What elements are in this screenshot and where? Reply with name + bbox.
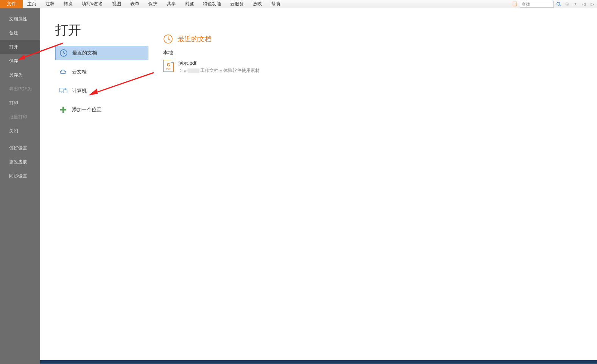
svg-rect-10 xyxy=(63,90,67,93)
recent-panel: 最近的文档 本地 G PDF 演示.pdf D: » 工作文档 » 体验软件使用… xyxy=(150,8,597,363)
gear-icon[interactable] xyxy=(564,1,571,8)
file-path: D: » 工作文档 » 体验软件使用素材 xyxy=(178,67,260,74)
sidebar-item-batchprint[interactable]: 批量打印 xyxy=(0,110,40,124)
clock-icon xyxy=(163,34,173,44)
svg-rect-14 xyxy=(60,109,66,110)
menu-tab-view[interactable]: 视图 xyxy=(108,0,126,8)
chevron-down-icon[interactable]: ▾ xyxy=(572,1,579,8)
menu-tab-help[interactable]: 帮助 xyxy=(267,0,285,8)
menu-tab-protect[interactable]: 保护 xyxy=(144,0,162,8)
menu-tab-convert[interactable]: 转换 xyxy=(59,0,77,8)
cloud-icon xyxy=(59,68,67,76)
menu-tab-file[interactable]: 文件 xyxy=(0,0,23,8)
menu-tab-annotate[interactable]: 注释 xyxy=(41,0,59,8)
svg-line-8 xyxy=(64,53,65,54)
location-computer[interactable]: 计算机 xyxy=(55,84,148,98)
sidebar-item-open[interactable]: 打开 xyxy=(0,40,40,54)
sidebar-item-skin[interactable]: 更改皮肤 xyxy=(0,155,40,169)
sidebar-item-save[interactable]: 保存 xyxy=(0,54,40,68)
sidebar-item-create[interactable]: 创建 xyxy=(0,26,40,40)
sidebar-item-properties[interactable]: 文档属性 xyxy=(0,12,40,26)
svg-point-1 xyxy=(515,4,517,6)
locations-panel: 打开 最近的文档 云文档 计算机 xyxy=(40,8,150,363)
menu-tab-features[interactable]: 特色功能 xyxy=(198,0,226,8)
search-input[interactable] xyxy=(520,1,554,8)
svg-line-17 xyxy=(168,39,170,40)
recent-header: 最近的文档 xyxy=(163,34,597,44)
location-label: 添加一个位置 xyxy=(72,106,101,113)
recent-title: 最近的文档 xyxy=(178,34,212,44)
menu-tab-form[interactable]: 表单 xyxy=(126,0,144,8)
section-label-local: 本地 xyxy=(163,49,597,56)
menu-tab-cloud[interactable]: 云服务 xyxy=(226,0,248,8)
menu-tab-slideshow[interactable]: 放映 xyxy=(248,0,267,8)
svg-point-2 xyxy=(557,2,560,5)
sidebar-item-close[interactable]: 关闭 xyxy=(0,124,40,138)
menu-tab-share[interactable]: 共享 xyxy=(162,0,180,8)
menubar: 文件 主页 注释 转换 填写&签名 视图 表单 保护 共享 浏览 特色功能 云服… xyxy=(0,0,597,8)
computer-icon xyxy=(59,87,67,95)
clock-icon xyxy=(59,49,68,57)
sidebar-item-export[interactable]: 导出PDF为 xyxy=(0,82,40,96)
sidebar-item-print[interactable]: 打印 xyxy=(0,96,40,110)
menubar-right: ▾ ◁ ▷ xyxy=(512,0,597,8)
location-add[interactable]: 添加一个位置 xyxy=(55,103,148,117)
location-recent[interactable]: 最近的文档 xyxy=(55,46,148,60)
sidebar-item-saveas[interactable]: 另存为 xyxy=(0,68,40,82)
location-label: 计算机 xyxy=(72,87,87,94)
plus-icon xyxy=(59,106,67,114)
menu-tab-browse[interactable]: 浏览 xyxy=(180,0,198,8)
page-title: 打开 xyxy=(55,22,150,39)
search-icon[interactable] xyxy=(555,1,562,8)
menu-tab-home[interactable]: 主页 xyxy=(23,0,41,8)
nav-next-icon[interactable]: ▷ xyxy=(589,1,595,8)
sidebar-item-sync[interactable]: 同步设置 xyxy=(0,169,40,183)
file-name: 演示.pdf xyxy=(178,60,260,67)
sidebar: 文档属性 创建 打开 保存 另存为 导出PDF为 打印 批量打印 关闭 偏好设置… xyxy=(0,8,40,364)
location-label: 最近的文档 xyxy=(72,50,97,56)
find-icon[interactable] xyxy=(512,1,518,7)
pdf-file-icon: G PDF xyxy=(163,60,174,72)
menu-tab-fillsign[interactable]: 填写&签名 xyxy=(77,0,108,8)
recent-file-row[interactable]: G PDF 演示.pdf D: » 工作文档 » 体验软件使用素材 xyxy=(163,58,597,75)
location-cloud[interactable]: 云文档 xyxy=(55,65,148,79)
svg-line-3 xyxy=(560,5,561,6)
content: 打开 最近的文档 云文档 计算机 xyxy=(40,8,597,364)
nav-prev-icon[interactable]: ◁ xyxy=(580,1,587,8)
svg-point-5 xyxy=(567,3,568,5)
location-label: 云文档 xyxy=(72,68,87,75)
sidebar-item-preferences[interactable]: 偏好设置 xyxy=(0,141,40,155)
